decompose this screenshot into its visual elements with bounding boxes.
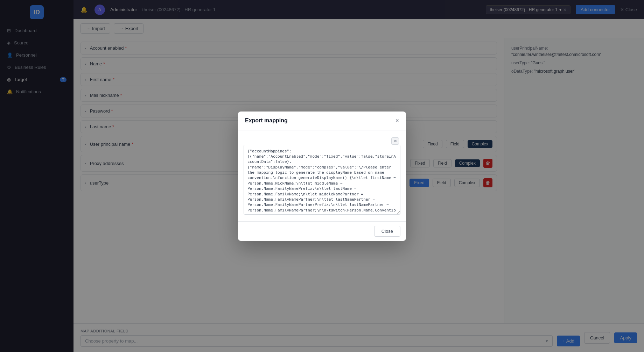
modal-close-footer-button[interactable]: Close: [374, 226, 400, 237]
export-mapping-modal: Export mapping × ⧉ Close: [238, 112, 406, 241]
modal-header: Export mapping ×: [238, 112, 406, 130]
modal-close-button[interactable]: ×: [395, 117, 399, 124]
copy-button[interactable]: ⧉: [391, 137, 399, 145]
modal-footer: Close: [238, 221, 406, 241]
modal-toolbar: ⧉: [244, 136, 400, 145]
modal-body: ⧉: [238, 130, 406, 221]
export-content-textarea[interactable]: [244, 145, 400, 215]
modal-title: Export mapping: [245, 117, 288, 124]
